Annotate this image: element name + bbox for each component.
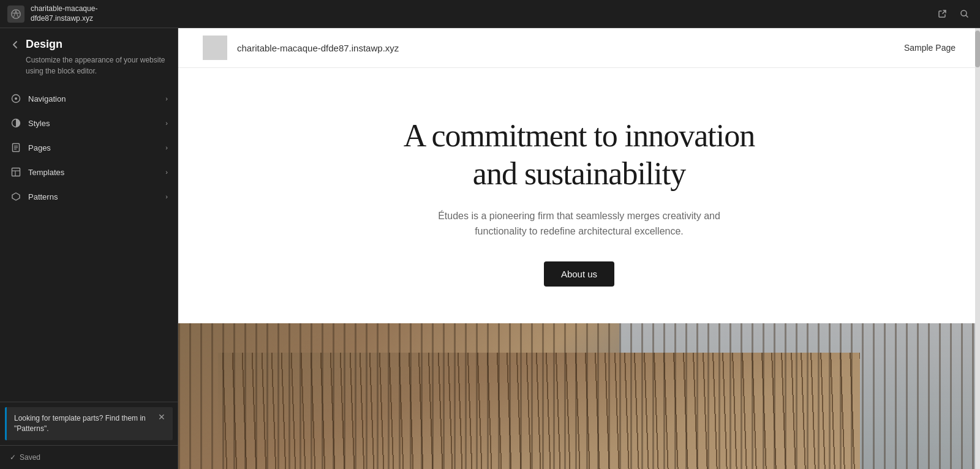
sidebar-divider [0, 402, 178, 402]
templates-chevron: › [165, 168, 168, 176]
notification-banner: Looking for template parts? Find them in… [5, 407, 173, 440]
sidebar-item-navigation[interactable]: Navigation › [0, 86, 178, 111]
website-preview: charitable-macaque-dfde87.instawp.xyz Sa… [178, 28, 980, 469]
building-overlay [178, 323, 980, 469]
site-logo [203, 36, 227, 60]
sidebar-item-pages[interactable]: Pages › [0, 135, 178, 160]
sidebar-description: Customize the appearance of your website… [26, 54, 168, 77]
hero-section: A commitment to innovation and sustainab… [178, 68, 980, 323]
sidebar-footer: ✓ Saved [0, 445, 178, 469]
notification-close-button[interactable]: ✕ [158, 412, 165, 422]
sidebar-item-templates[interactable]: Templates › [0, 160, 178, 184]
patterns-label: Patterns [28, 192, 159, 201]
sidebar-title: Design [26, 38, 168, 51]
navigation-label: Navigation [28, 94, 159, 103]
sidebar-title-block: Design Customize the appearance of your … [26, 38, 168, 77]
top-bar: charitable-macaque-dfde87.instawp.xyz [0, 0, 980, 28]
styles-chevron: › [165, 119, 168, 127]
sidebar-item-patterns[interactable]: Patterns › [0, 184, 178, 209]
sidebar-item-styles[interactable]: Styles › [0, 111, 178, 135]
scrollbar-thumb[interactable] [975, 31, 980, 67]
patterns-chevron: › [165, 193, 168, 200]
pages-label: Pages [28, 143, 159, 152]
back-button[interactable] [10, 39, 21, 53]
search-icon[interactable] [956, 6, 973, 23]
pages-chevron: › [165, 144, 168, 151]
pages-icon [10, 141, 22, 154]
sidebar-header: Design Customize the appearance of your … [0, 28, 178, 81]
main-layout: Design Customize the appearance of your … [0, 28, 980, 469]
site-domain: charitable-macaque-dfde87.instawp.xyz [237, 43, 904, 53]
styles-label: Styles [28, 119, 159, 128]
site-name-label: charitable-macaque-dfde87.instawp.xyz [31, 4, 927, 23]
patterns-icon [10, 190, 22, 203]
external-link-icon[interactable] [933, 6, 951, 23]
navigation-chevron: › [165, 95, 168, 102]
navigation-icon [10, 92, 22, 105]
svg-point-3 [15, 97, 17, 100]
styles-icon [10, 117, 22, 129]
preview-area: charitable-macaque-dfde87.instawp.xyz Sa… [178, 28, 980, 469]
sidebar: Design Customize the appearance of your … [0, 28, 178, 469]
templates-label: Templates [28, 168, 159, 177]
svg-rect-9 [12, 168, 20, 176]
hero-cta-button[interactable]: About us [544, 261, 614, 287]
saved-check-icon: ✓ [10, 453, 16, 462]
hero-subtitle: Études is a pioneering firm that seamles… [420, 208, 739, 239]
site-header: charitable-macaque-dfde87.instawp.xyz Sa… [178, 28, 980, 68]
preview-scrollbar[interactable] [975, 28, 980, 469]
sidebar-nav: Navigation › Styles › [0, 81, 178, 402]
wp-logo[interactable] [7, 6, 24, 23]
templates-icon [10, 166, 22, 178]
hero-title: A commitment to innovation and sustainab… [203, 117, 956, 193]
building-image [178, 323, 980, 469]
sample-page-link[interactable]: Sample Page [904, 43, 956, 53]
notification-text: Looking for template parts? Find them in… [14, 413, 153, 434]
saved-label: Saved [20, 453, 40, 462]
